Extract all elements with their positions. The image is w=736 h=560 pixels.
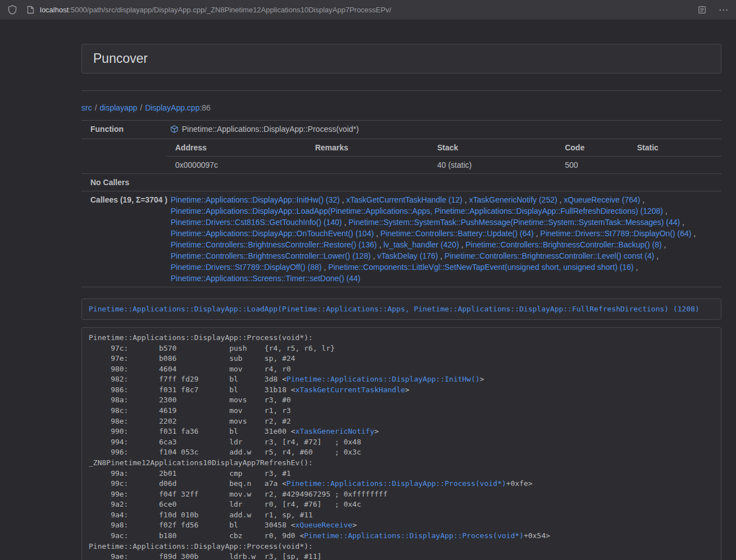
no-callers-label: No Callers (81, 174, 166, 191)
url-path: :5000/path/src/displayapp/DisplayApp.cpp… (68, 6, 391, 14)
no-callers-row: No Callers (81, 174, 721, 191)
code-value: 500 (560, 157, 633, 174)
column-header-remarks: Remarks (310, 139, 433, 157)
page-icon (27, 6, 34, 14)
static-value (633, 157, 721, 174)
highlighted-symbol-link[interactable]: Pinetime::Applications::DisplayApp::Load… (89, 305, 700, 313)
column-header-code: Code (560, 139, 633, 157)
callee-link[interactable]: Pinetime::Controllers::BrightnessControl… (171, 251, 371, 260)
breadcrumb-separator: / (92, 103, 100, 112)
callee-link[interactable]: Pinetime::Drivers::St7789::DisplayOff() … (171, 263, 322, 272)
breadcrumb-link-file[interactable]: DisplayApp.cpp (145, 103, 199, 112)
function-icon (171, 125, 178, 136)
column-header-stack: Stack (433, 139, 560, 157)
callee-link[interactable]: Pinetime::Controllers::BrightnessControl… (445, 251, 654, 260)
breadcrumb-link-displayapp[interactable]: displayapp (100, 103, 138, 112)
callee-link[interactable]: xTaskGenericNotify (252) (469, 195, 557, 204)
code-symbol-link[interactable]: xTaskGetCurrentTaskHandle (295, 385, 405, 394)
callee-link[interactable]: Pinetime::Components::LittleVgl::SetNewT… (328, 263, 634, 272)
callee-link[interactable]: xQueueReceive (764) (564, 195, 640, 204)
column-header-address: Address (166, 139, 310, 157)
shield-icon[interactable] (8, 5, 17, 15)
callees-list: Pinetime::Applications::DisplayApp::Init… (166, 191, 721, 287)
breadcrumb-line-number: :86 (200, 103, 211, 112)
column-header-static: Static (633, 139, 721, 157)
function-name: Pinetime::Applications::DisplayApp::Proc… (182, 125, 359, 134)
address-value: 0x0000097c (166, 157, 310, 174)
divider (81, 90, 721, 91)
stats-cell: Address Remarks Stack Code Static 0x0000… (166, 139, 721, 174)
stats-header-row: Address Remarks Stack Code Static (166, 139, 721, 157)
breadcrumb-link-src[interactable]: src (81, 103, 92, 112)
function-cell: Pinetime::Applications::DisplayApp::Proc… (166, 121, 721, 139)
code-symbol-link[interactable]: Pinetime::Applications::DisplayApp::Init… (286, 375, 479, 383)
callee-link[interactable]: xTaskGetCurrentTaskHandle (12) (346, 195, 463, 204)
code-symbol-link[interactable]: Pinetime::Applications::DisplayApp::Proc… (304, 531, 524, 540)
stats-table: Address Remarks Stack Code Static 0x0000… (166, 139, 721, 173)
stats-row: Address Remarks Stack Code Static 0x0000… (81, 139, 721, 174)
callee-link[interactable]: Pinetime::Controllers::Battery::Update()… (381, 229, 534, 238)
breadcrumb: src/displayapp/DisplayApp.cpp:86 (81, 102, 721, 113)
browser-chrome: localhost:5000/path/src/displayapp/Displ… (0, 0, 736, 20)
code-symbol-link[interactable]: xTaskGenericNotify (295, 427, 374, 435)
callees-row: Callees (19, Σ=3704 ) Pinetime::Applicat… (81, 191, 721, 287)
callee-link[interactable]: Pinetime::Controllers::BrightnessControl… (171, 240, 377, 249)
url-host: localhost (40, 6, 68, 14)
callee-link[interactable]: Pinetime::Controllers::BrightnessControl… (465, 240, 661, 249)
disassembly-pre: Pinetime::Applications::DisplayApp::Proc… (81, 327, 721, 560)
stats-value-row: 0x0000097c 40 (static) 500 (166, 157, 721, 174)
callee-link[interactable]: Pinetime::Drivers::Cst816S::GetTouchInfo… (171, 218, 342, 227)
callee-link[interactable]: vTaskDelay (176) (377, 251, 438, 260)
stack-value: 40 (static) (433, 157, 560, 174)
callee-link[interactable]: Pinetime::Applications::DisplayApp::Load… (171, 206, 663, 215)
callee-link[interactable]: Pinetime::Drivers::St7789::DisplayOn() (… (540, 229, 691, 238)
no-callers-cell (166, 174, 721, 191)
callees-label: Callees (19, Σ=3704 ) (81, 191, 166, 287)
callee-link[interactable]: Pinetime::System::SystemTask::PushMessag… (349, 218, 680, 227)
page-content: Puncover src/displayapp/DisplayApp.cpp:8… (81, 20, 721, 560)
app-header: Puncover (81, 44, 721, 74)
callee-link[interactable]: lv_task_handler (420) (383, 240, 459, 249)
breadcrumb-separator: / (138, 103, 145, 112)
stats-row-label (81, 139, 166, 174)
remarks-value (310, 157, 433, 174)
reader-mode-icon[interactable] (698, 6, 706, 14)
symbol-table: Function Pinetime::Applications::Display… (81, 120, 721, 287)
function-row-label: Function (81, 121, 166, 139)
highlighted-symbol: Pinetime::Applications::DisplayApp::Load… (81, 299, 721, 320)
more-options-icon[interactable]: ⋯ (719, 5, 728, 15)
code-symbol-link[interactable]: Pinetime::Applications::DisplayApp::Proc… (286, 479, 506, 488)
function-row: Function Pinetime::Applications::Display… (81, 121, 721, 139)
callee-link[interactable]: Pinetime::Applications::DisplayApp::Init… (171, 195, 340, 204)
code-symbol-link[interactable]: xQueueReceive (295, 521, 353, 529)
callee-link[interactable]: Pinetime::Applications::DisplayApp::OnTo… (171, 229, 374, 238)
callee-link[interactable]: Pinetime::Applications::Screens::Timer::… (171, 274, 360, 283)
url-bar[interactable]: localhost:5000/path/src/displayapp/Displ… (40, 6, 689, 14)
page-title: Puncover (93, 51, 710, 66)
